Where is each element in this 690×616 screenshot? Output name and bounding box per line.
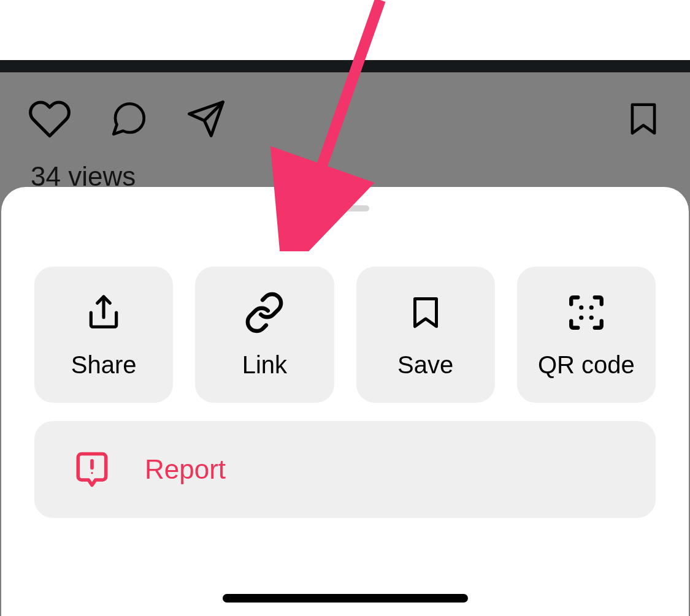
- share-icon: [82, 291, 125, 334]
- qr-code-icon: [565, 291, 608, 334]
- svg-marker-4: [415, 298, 436, 326]
- qr-code-tile[interactable]: QR code: [517, 267, 656, 403]
- svg-point-10: [91, 472, 93, 474]
- svg-point-7: [579, 315, 583, 319]
- svg-point-6: [589, 305, 594, 310]
- home-indicator[interactable]: [223, 594, 468, 603]
- action-tiles: Share Link Save: [1, 211, 689, 403]
- top-white-area: [0, 0, 690, 60]
- share-tile[interactable]: Share: [34, 267, 173, 403]
- svg-point-8: [589, 315, 594, 319]
- report-label: Report: [145, 454, 226, 485]
- save-tile-label: Save: [397, 351, 453, 379]
- save-bookmark-icon: [404, 291, 447, 334]
- report-icon: [71, 449, 113, 490]
- action-sheet: Share Link Save: [1, 187, 689, 616]
- link-tile[interactable]: Link: [195, 267, 334, 403]
- link-icon: [243, 291, 286, 334]
- share-tile-label: Share: [71, 351, 137, 379]
- qr-code-tile-label: QR code: [538, 351, 635, 379]
- sheet-grabber[interactable]: [321, 205, 369, 211]
- link-tile-label: Link: [242, 351, 287, 379]
- svg-point-5: [579, 305, 583, 310]
- report-button[interactable]: Report: [34, 421, 656, 518]
- save-tile[interactable]: Save: [356, 267, 495, 403]
